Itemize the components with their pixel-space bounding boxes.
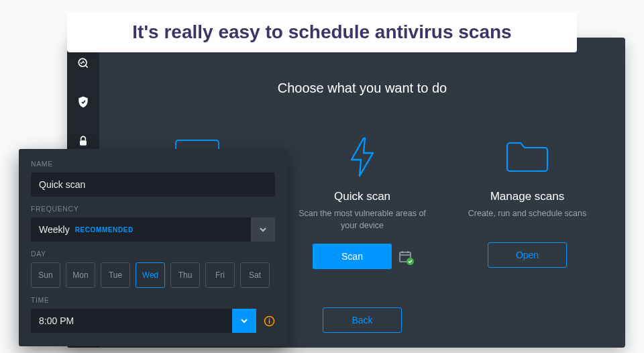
day-tue[interactable]: Tue <box>101 262 130 288</box>
time-value: 8:00 PM <box>39 315 74 326</box>
shield-icon[interactable] <box>76 95 90 111</box>
card-desc: Scan the most vulnerable areas of your d… <box>299 207 426 232</box>
card-desc: Create, run and schedule scans <box>464 207 591 230</box>
info-icon[interactable] <box>263 315 275 327</box>
day-sat[interactable]: Sat <box>240 262 270 288</box>
day-label: DAY <box>31 250 275 258</box>
activity-icon[interactable] <box>76 56 90 72</box>
bolt-icon <box>299 134 426 181</box>
card-title: Quick scan <box>299 190 426 203</box>
frequency-value: Weekly <box>39 224 70 235</box>
frequency-select[interactable]: Weekly RECOMMENDED <box>31 217 275 242</box>
headline-text: It's really easy to schedule antivirus s… <box>132 21 511 42</box>
name-label: NAME <box>31 160 275 168</box>
calendar-check-icon[interactable] <box>398 250 412 263</box>
lock-icon[interactable] <box>76 134 90 150</box>
day-thu[interactable]: Thu <box>170 262 200 288</box>
headline-banner: It's really easy to schedule antivirus s… <box>67 12 577 52</box>
time-label: TIME <box>31 296 275 304</box>
time-select[interactable]: 8:00 PM <box>31 309 256 333</box>
scan-button[interactable]: Scan <box>313 244 392 269</box>
open-button[interactable]: Open <box>488 242 567 268</box>
day-fri[interactable]: Fri <box>205 262 235 288</box>
day-sun[interactable]: Sun <box>31 262 60 288</box>
folder-icon <box>464 134 591 181</box>
card-manage-scans: Manage scans Create, run and schedule sc… <box>464 134 591 269</box>
main-title: Choose what you want to do <box>126 81 598 96</box>
frequency-label: FREQUENCY <box>31 205 275 213</box>
card-quick-scan: Quick scan Scan the most vulnerable area… <box>299 134 426 269</box>
card-title: Manage scans <box>464 190 591 203</box>
recommended-tag: RECOMMENDED <box>75 226 133 234</box>
chevron-down-icon[interactable] <box>232 309 256 333</box>
day-picker: Sun Mon Tue Wed Thu Fri Sat <box>31 262 275 288</box>
svg-rect-1 <box>80 140 87 146</box>
chevron-down-icon[interactable] <box>251 217 275 242</box>
scan-name-input[interactable] <box>31 172 275 197</box>
back-button[interactable]: Back <box>323 307 402 333</box>
schedule-panel: NAME FREQUENCY Weekly RECOMMENDED DAY Su… <box>19 149 287 346</box>
day-mon[interactable]: Mon <box>66 262 95 288</box>
day-wed[interactable]: Wed <box>136 262 165 288</box>
